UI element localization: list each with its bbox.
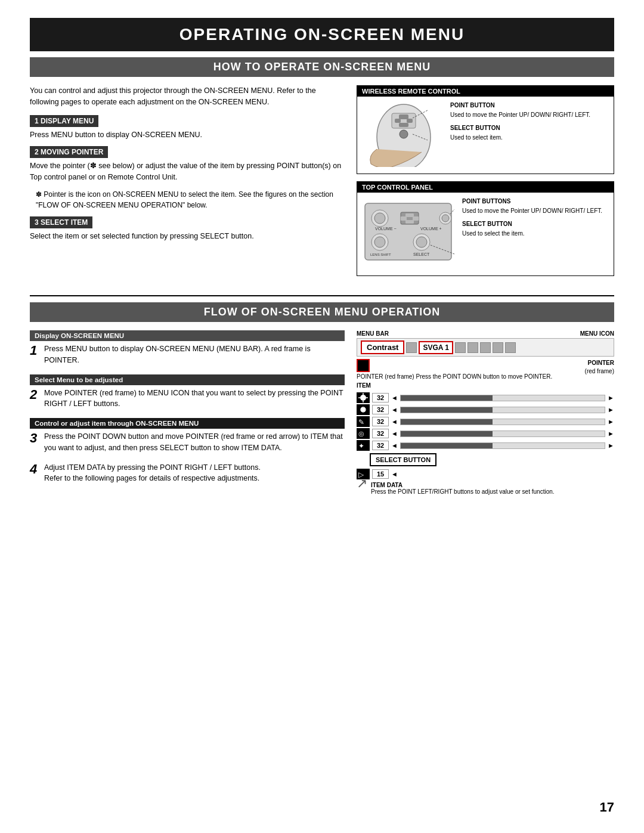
item-icon-2 bbox=[357, 404, 370, 415]
svg-text:◎: ◎ bbox=[358, 430, 364, 437]
svg-text:✦: ✦ bbox=[358, 442, 364, 450]
item-value-1: 32 bbox=[372, 393, 389, 402]
svg-rect-14 bbox=[405, 213, 414, 217]
svga-label: SVGA 1 bbox=[419, 341, 453, 354]
flow-step4-numbered: 4 Adjust ITEM DATA by pressing the POINT… bbox=[30, 462, 345, 485]
flow-step1-header: Display ON-SCREEN MENU bbox=[30, 330, 345, 341]
item-value-3: 32 bbox=[372, 417, 389, 426]
pointer-right-label: POINTER (red frame) bbox=[585, 359, 614, 389]
remote-illustration bbox=[362, 101, 445, 169]
menu-bar-top-labels: MENU BAR MENU ICON bbox=[357, 330, 614, 337]
pointer-left-area: POINTER (red frame) Press the POINT DOWN… bbox=[357, 359, 580, 389]
intro-text: You can control and adjust this projecto… bbox=[30, 85, 345, 108]
menu-icon6 bbox=[505, 342, 516, 353]
item-label-text: ITEM bbox=[357, 382, 580, 389]
item-value-5: 32 bbox=[372, 441, 389, 450]
item-arrow-3: ◄ bbox=[391, 418, 398, 425]
svg-point-30 bbox=[360, 395, 366, 401]
svg-point-6 bbox=[400, 130, 408, 138]
flow-step4-number: 4 bbox=[30, 462, 39, 485]
how-to-left: You can control and adjust this projecto… bbox=[30, 85, 345, 283]
menu-bar-row: Contrast SVGA 1 bbox=[357, 338, 614, 357]
menu-icon3 bbox=[467, 342, 478, 353]
svg-rect-16 bbox=[413, 216, 419, 221]
item-row-3: ✎ 32 ◄ ► bbox=[357, 416, 614, 427]
item-bar-4 bbox=[400, 431, 605, 437]
menu-contrast: Contrast bbox=[361, 340, 404, 354]
svg-text:✎: ✎ bbox=[358, 418, 364, 426]
wireless-remote-header: WIRELESS REMOTE CONTROL bbox=[357, 86, 614, 97]
svg-rect-3 bbox=[395, 119, 401, 123]
item-icon-1 bbox=[357, 392, 370, 403]
menu-icon-label: MENU ICON bbox=[580, 330, 614, 337]
select-button-box: SELECT BUTTON bbox=[370, 453, 436, 466]
step1-label: 1 DISPLAY MENU bbox=[30, 115, 98, 127]
flow-step1: Display ON-SCREEN MENU 1 Press MENU butt… bbox=[30, 330, 345, 366]
item-bar-1 bbox=[400, 395, 605, 401]
section1-header: HOW TO OPERATE ON-SCREEN MENU bbox=[30, 57, 614, 77]
svg-rect-4 bbox=[407, 119, 413, 123]
item-row-6: ▷ 15 ◄ bbox=[357, 469, 614, 479]
page-number: 17 bbox=[600, 800, 614, 815]
menu-icon4 bbox=[480, 342, 491, 353]
flow-left: Display ON-SCREEN MENU 1 Press MENU butt… bbox=[30, 330, 345, 500]
point-button-label: POINT BUTTON bbox=[450, 101, 590, 110]
flow-step2-numbered: 2 Move POINTER (red frame) to MENU ICON … bbox=[30, 388, 345, 410]
item-arrow-5: ◄ bbox=[391, 442, 398, 449]
menu-icon2 bbox=[455, 342, 466, 353]
item-arrow-4: ◄ bbox=[391, 430, 398, 437]
flow-step3-numbered: 3 Press the POINT DOWN button and move P… bbox=[30, 431, 345, 454]
item-row-5: ✦ 32 ◄ ► bbox=[357, 440, 614, 451]
flow-step1-number: 1 bbox=[30, 343, 39, 366]
svg-text:VOLUME +: VOLUME + bbox=[420, 227, 442, 231]
point-button-desc: Used to move the Pointer UP/ DOWN/ RIGHT… bbox=[450, 111, 590, 119]
item-icon-3: ✎ bbox=[357, 416, 370, 427]
flow-step4-text: Adjust ITEM DATA by pressing the POINT R… bbox=[44, 462, 345, 485]
select-button-desc-panel: Used to select the item. bbox=[462, 230, 602, 238]
svg-text:LENS SHIFT: LENS SHIFT bbox=[370, 253, 391, 256]
point-buttons-desc: Used to move the Pointer UP/ DOWN/ RIGHT… bbox=[462, 207, 602, 215]
item-value-6: 15 bbox=[372, 469, 389, 479]
menu-bar-diagram-area: MENU BAR MENU ICON Contrast SVGA 1 bbox=[357, 330, 614, 495]
item-list: 32 ◄ ► 32 ◄ ► bbox=[357, 392, 614, 479]
svg-text:SELECT: SELECT bbox=[413, 252, 430, 256]
flow-step3-header: Control or adjust item through ON-SCREEN… bbox=[30, 418, 345, 429]
step3-label: 3 SELECT ITEM bbox=[30, 216, 92, 228]
flow-step3-number: 3 bbox=[30, 431, 39, 454]
item-data-desc: Press the POINT LEFT/RIGHT buttons to ad… bbox=[371, 488, 555, 495]
panel-illustration: VOLUME − VOLUME + IMA bbox=[362, 197, 457, 271]
item-bar-fill-2 bbox=[401, 407, 493, 413]
item-data-label: ITEM DATA bbox=[371, 482, 555, 488]
flow-content: Display ON-SCREEN MENU 1 Press MENU butt… bbox=[30, 330, 614, 500]
remote-labels: POINT BUTTON Used to move the Pointer UP… bbox=[450, 101, 590, 142]
item-bar-fill-5 bbox=[401, 443, 493, 448]
remote-svg bbox=[362, 101, 445, 167]
section2-header: FLOW OF ON-SCREEN MENU OPERATION bbox=[30, 302, 614, 322]
select-button-label-remote: SELECT BUTTON bbox=[450, 124, 590, 132]
asterisk-note: ✽ Pointer is the icon on ON-SCREEN MENU … bbox=[30, 189, 345, 210]
wireless-remote-box: WIRELESS REMOTE CONTROL bbox=[357, 85, 614, 174]
flow-step2-number: 2 bbox=[30, 388, 39, 410]
flow-step1-numbered: 1 Press MENU button to display ON-SCREEN… bbox=[30, 343, 345, 366]
svg-text:VOLUME −: VOLUME − bbox=[375, 227, 397, 231]
item-arrow-r-1: ► bbox=[608, 394, 614, 401]
pointer-icon bbox=[357, 359, 370, 372]
menu-icon5 bbox=[493, 342, 503, 353]
item-row-4: ◎ 32 ◄ ► bbox=[357, 428, 614, 439]
item-icon-5: ✦ bbox=[357, 440, 370, 451]
pointer-label-text: POINTER bbox=[585, 359, 614, 367]
item-bar-fill-3 bbox=[401, 419, 493, 425]
svg-rect-2 bbox=[399, 114, 408, 119]
flow-step1-text: Press MENU button to display ON-SCREEN M… bbox=[44, 343, 345, 366]
select-button-area: SELECT BUTTON bbox=[370, 453, 614, 466]
item-bar-2 bbox=[400, 407, 605, 413]
item-bar-5 bbox=[400, 442, 605, 449]
select-button-desc-remote: Used to select item. bbox=[450, 134, 590, 142]
how-to-right: WIRELESS REMOTE CONTROL bbox=[357, 85, 614, 283]
item-arrow-2: ◄ bbox=[391, 406, 398, 413]
item-bar-fill-4 bbox=[401, 431, 493, 436]
step1-content: Press MENU button to display ON-SCREEN M… bbox=[30, 129, 345, 141]
how-to-section: You can control and adjust this projecto… bbox=[30, 85, 614, 283]
select-button-label-panel: SELECT BUTTON bbox=[462, 220, 602, 228]
item-value-2: 32 bbox=[372, 405, 389, 414]
